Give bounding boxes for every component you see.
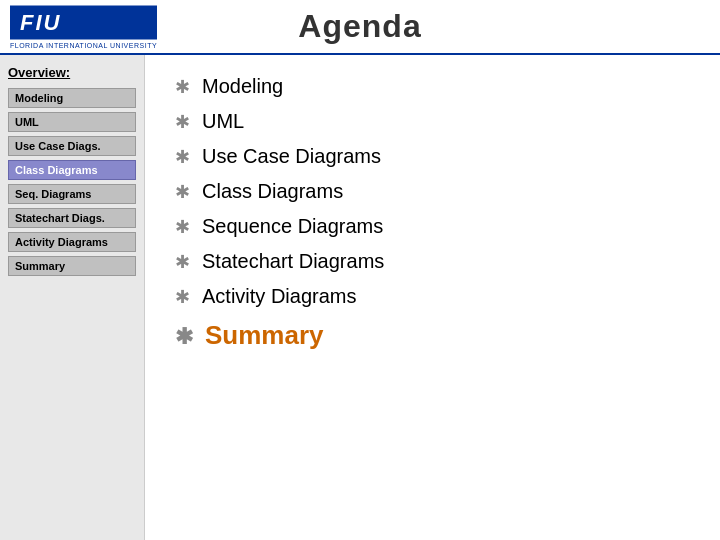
bullet-text: Modeling [202, 75, 283, 98]
bullet-icon: ✱ [175, 76, 190, 98]
bullet-icon: ✱ [175, 181, 190, 203]
sidebar-items: ModelingUMLUse Case Diags.Class Diagrams… [8, 88, 136, 276]
bullet-text: Sequence Diagrams [202, 215, 383, 238]
bullet-icon: ✱ [175, 286, 190, 308]
sidebar: Overview: ModelingUMLUse Case Diags.Clas… [0, 55, 145, 540]
overview-label: Overview: [8, 65, 136, 80]
sidebar-item-statechart-diags[interactable]: Statechart Diags. [8, 208, 136, 228]
content-area: ✱Modeling✱UML✱Use Case Diagrams✱Class Di… [145, 55, 720, 540]
sidebar-item-use-case-diags[interactable]: Use Case Diags. [8, 136, 136, 156]
header: FIU FLORIDA INTERNATIONAL UNIVERSITY Age… [0, 0, 720, 55]
logo-subtitle: FLORIDA INTERNATIONAL UNIVERSITY [10, 41, 157, 48]
bullet-text: Class Diagrams [202, 180, 343, 203]
bullet-icon: ✱ [175, 324, 193, 350]
sidebar-item-modeling[interactable]: Modeling [8, 88, 136, 108]
page-title: Agenda [298, 8, 421, 45]
bullet-icon: ✱ [175, 251, 190, 273]
bullet-text: Statechart Diagrams [202, 250, 384, 273]
bullet-text: Activity Diagrams [202, 285, 356, 308]
bullet-icon: ✱ [175, 111, 190, 133]
bullet-text: UML [202, 110, 244, 133]
bullet-icon: ✱ [175, 216, 190, 238]
bullet-text: Use Case Diagrams [202, 145, 381, 168]
sidebar-item-class-diagrams[interactable]: Class Diagrams [8, 160, 136, 180]
main-content: Overview: ModelingUMLUse Case Diags.Clas… [0, 55, 720, 540]
bullet-text: Summary [205, 320, 324, 351]
sidebar-item-summary[interactable]: Summary [8, 256, 136, 276]
bullet-icon: ✱ [175, 146, 190, 168]
logo: FIU [10, 5, 157, 39]
bullet-list: ✱Modeling✱UML✱Use Case Diagrams✱Class Di… [175, 75, 690, 530]
sidebar-item-uml[interactable]: UML [8, 112, 136, 132]
sidebar-item-activity-diagrams[interactable]: Activity Diagrams [8, 232, 136, 252]
logo-area: FIU FLORIDA INTERNATIONAL UNIVERSITY [10, 5, 157, 48]
sidebar-item-seq-diagrams[interactable]: Seq. Diagrams [8, 184, 136, 204]
